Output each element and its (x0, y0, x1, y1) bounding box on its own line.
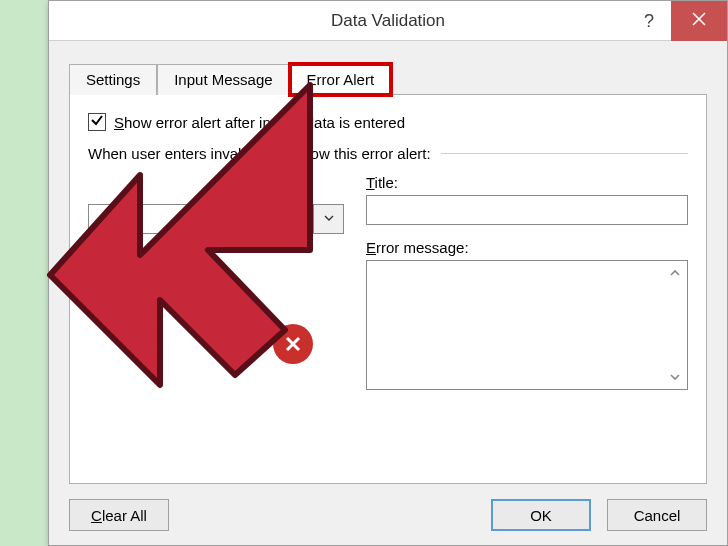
show-alert-checkbox[interactable] (88, 113, 106, 131)
tab-error-alert[interactable]: Error Alert (290, 64, 392, 95)
scroll-up-icon[interactable] (665, 263, 685, 283)
data-validation-dialog: Data Validation ? Settings Input Message (48, 0, 728, 546)
group-header: When user enters invalid data, show this… (88, 145, 688, 162)
show-alert-label: Show error alert after invalid data is e… (114, 114, 405, 131)
ok-button[interactable]: OK (491, 499, 591, 531)
fields-column: Title: Error message: (366, 174, 688, 390)
cancel-button[interactable]: Cancel (607, 499, 707, 531)
style-dropdown-button[interactable] (314, 204, 344, 234)
titlebar: Data Validation ? (49, 1, 727, 41)
help-icon: ? (644, 11, 654, 32)
title-input[interactable] (366, 195, 688, 225)
stop-icon (273, 324, 313, 364)
error-message-textarea[interactable] (366, 260, 688, 390)
titlebar-controls: ? (627, 1, 727, 41)
close-icon (692, 12, 706, 30)
error-alert-panel: Show error alert after invalid data is e… (69, 94, 707, 484)
divider (441, 153, 688, 154)
dialog-title: Data Validation (331, 11, 445, 31)
style-combo (88, 204, 344, 234)
tab-label: Error Alert (307, 71, 375, 88)
error-message-label: Error message: (366, 239, 688, 256)
style-column (88, 174, 344, 364)
tabs: Settings Input Message Error Alert (69, 63, 707, 484)
dialog-body: Settings Input Message Error Alert (49, 41, 727, 545)
form-columns: Title: Error message: (88, 174, 688, 390)
title-label: Title: (366, 174, 688, 191)
tab-settings[interactable]: Settings (69, 64, 157, 95)
dialog-buttons: Clear All OK Cancel (69, 499, 707, 531)
tab-input-message[interactable]: Input Message (157, 64, 289, 95)
checkmark-icon (90, 113, 104, 131)
tab-label: Settings (86, 71, 140, 88)
chevron-down-icon (323, 210, 335, 228)
close-button[interactable] (671, 1, 727, 41)
group-label: When user enters invalid data, show this… (88, 145, 431, 162)
help-button[interactable]: ? (627, 1, 671, 41)
show-alert-checkbox-row: Show error alert after invalid data is e… (88, 113, 688, 131)
style-select-value[interactable] (88, 204, 314, 234)
clear-all-button[interactable]: Clear All (69, 499, 169, 531)
scroll-down-icon[interactable] (665, 367, 685, 387)
tab-label: Input Message (174, 71, 272, 88)
